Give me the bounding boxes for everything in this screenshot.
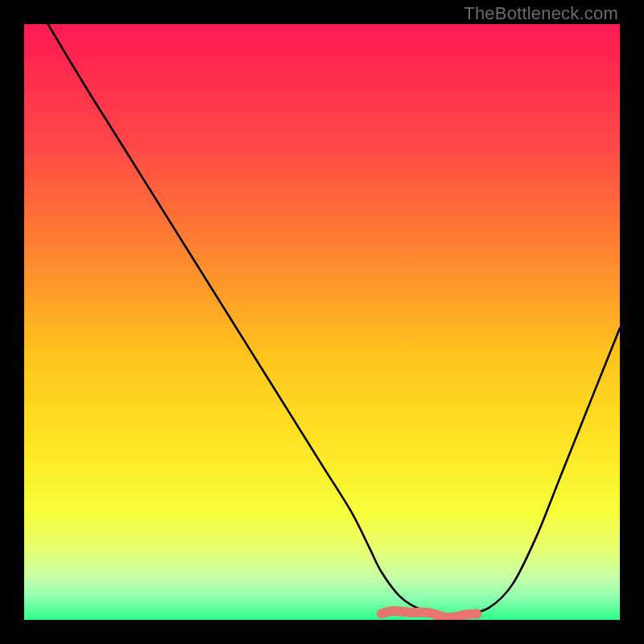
curve-layer (24, 24, 620, 620)
optimal-range-marker (382, 611, 477, 617)
chart-frame: TheBottleneck.com (0, 0, 644, 644)
plot-area (24, 24, 620, 620)
watermark-text: TheBottleneck.com (464, 3, 618, 24)
bottleneck-curve (48, 24, 620, 615)
